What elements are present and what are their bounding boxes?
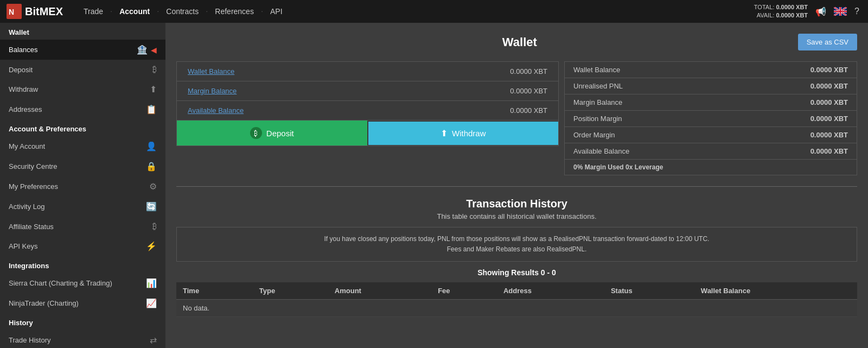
- wallet-balance-value: 0.0000 XBT: [510, 67, 547, 75]
- sidebar-item-balances[interactable]: Balances 🏦 ◀: [0, 40, 165, 60]
- col-address: Address: [497, 282, 604, 300]
- sidebar-item-my-preferences[interactable]: My Preferences ⚙: [0, 176, 165, 197]
- wallet-section-header: Wallet: [0, 23, 165, 40]
- sidebar-item-my-account[interactable]: My Account 👤: [0, 136, 165, 156]
- megaphone-icon[interactable]: 📢: [813, 4, 828, 19]
- balance-info: TOTAL: 0.0000 XBT AVAIL: 0.0000 XBT: [754, 3, 808, 20]
- total-label: TOTAL:: [754, 4, 775, 10]
- sidebar-item-addresses[interactable]: Addresses 📋: [0, 99, 165, 119]
- tx-history-subtitle: This table contains all historical walle…: [176, 212, 857, 220]
- content-inner: Wallet Save as CSV Wallet Balance 0.0000…: [165, 23, 868, 348]
- no-data-cell: No data.: [176, 300, 857, 317]
- my-account-label: My Account: [9, 142, 45, 150]
- sidebar-balances-label: Balances: [9, 46, 37, 54]
- main-layout: Wallet Balances 🏦 ◀ Deposit ₿ Withdraw ⬆…: [0, 23, 868, 348]
- col-amount: Amount: [328, 282, 431, 300]
- summary-unrealised-pnl-row: Unrealised PNL 0.0000 XBT: [565, 78, 857, 94]
- tx-notice: If you have closed any positions today, …: [176, 227, 857, 262]
- security-centre-label: Security Centre: [9, 162, 58, 170]
- main-content: Wallet Save as CSV Wallet Balance 0.0000…: [165, 23, 868, 348]
- balance-table: Wallet Balance 0.0000 XBT Margin Balance…: [176, 61, 559, 121]
- deposit-button[interactable]: ₿ Deposit: [177, 121, 367, 145]
- sidebar-item-sierra-chart[interactable]: Sierra Chart (Charting & Trading) 📊: [0, 273, 165, 293]
- sidebar-item-api-keys[interactable]: API Keys ⚡: [0, 236, 165, 256]
- save-csv-button[interactable]: Save as CSV: [798, 34, 857, 50]
- sidebar-item-activity-log[interactable]: Activity Log 🔄: [0, 197, 165, 217]
- document-icon: 📋: [146, 104, 157, 115]
- nav-references[interactable]: References: [207, 7, 261, 16]
- account-section-header: Account & Preferences: [0, 119, 165, 136]
- sidebar-item-ninjatrader[interactable]: NinjaTrader (Charting) 📈: [0, 293, 165, 313]
- tx-notice-line1: If you have closed any positions today, …: [188, 234, 846, 244]
- line-chart-icon: 📈: [146, 298, 157, 308]
- withdraw-button[interactable]: ⬆ Withdraw: [368, 122, 559, 145]
- avail-value: 0.0000 XBT: [776, 12, 808, 18]
- balance-left: Wallet Balance 0.0000 XBT Margin Balance…: [176, 61, 559, 175]
- summary-position-margin-row: Position Margin 0.0000 XBT: [565, 111, 857, 127]
- sidebar-withdraw-label: Withdraw: [9, 85, 38, 93]
- available-balance-label[interactable]: Available Balance: [188, 106, 244, 115]
- ninjatrader-label: NinjaTrader (Charting): [9, 299, 79, 307]
- margin-balance-value: 0.0000 XBT: [510, 87, 547, 95]
- bank-icon: 🏦: [137, 45, 148, 55]
- affiliate-bitcoin-icon: ₿: [152, 222, 157, 231]
- nav-right: TOTAL: 0.0000 XBT AVAIL: 0.0000 XBT 📢 ?: [754, 3, 861, 20]
- margin-balance-row: Margin Balance 0.0000 XBT: [177, 81, 558, 101]
- history-section-header: History: [0, 313, 165, 330]
- nav-account[interactable]: Account: [112, 7, 157, 16]
- total-value: 0.0000 XBT: [776, 4, 808, 10]
- nav-links: Trade • Account • Contracts • References…: [76, 7, 754, 16]
- sidebar-addresses-label: Addresses: [9, 105, 42, 113]
- summary-order-margin-value: 0.0000 XBT: [810, 131, 848, 139]
- lightning-icon: ⚡: [146, 241, 157, 251]
- summary-position-margin-label: Position Margin: [573, 115, 622, 123]
- available-balance-value: 0.0000 XBT: [510, 106, 547, 115]
- wallet-top-section: Wallet Balance 0.0000 XBT Margin Balance…: [176, 61, 857, 175]
- col-fee: Fee: [431, 282, 497, 300]
- lock-icon: 🔒: [146, 161, 157, 172]
- wallet-balance-label[interactable]: Wallet Balance: [188, 67, 234, 75]
- sidebar-item-security-centre[interactable]: Security Centre 🔒: [0, 156, 165, 176]
- deposit-bitcoin-icon: ₿: [250, 127, 262, 139]
- wallet-balance-row: Wallet Balance 0.0000 XBT: [177, 62, 558, 81]
- summary-wallet-balance-row: Wallet Balance 0.0000 XBT: [565, 62, 857, 78]
- tx-history-title: Transaction History: [176, 198, 857, 210]
- section-divider: [176, 186, 857, 187]
- sidebar-item-affiliate-status[interactable]: Affiliate Status ₿: [0, 217, 165, 236]
- active-arrow-icon: ◀: [151, 46, 157, 54]
- upload-icon: ⬆: [150, 84, 157, 94]
- sidebar-item-deposit[interactable]: Deposit ₿: [0, 60, 165, 79]
- activity-log-label: Activity Log: [9, 203, 44, 211]
- margin-balance-label[interactable]: Margin Balance: [188, 87, 237, 95]
- nav-api[interactable]: API: [263, 7, 290, 16]
- user-icon: 👤: [146, 141, 157, 151]
- withdraw-upload-icon: ⬆: [441, 128, 448, 138]
- col-status: Status: [604, 282, 694, 300]
- summary-margin-balance-value: 0.0000 XBT: [810, 98, 848, 106]
- sidebar-item-trade-history[interactable]: Trade History ⇄: [0, 330, 165, 348]
- history-icon: 🔄: [146, 201, 157, 212]
- sidebar-item-withdraw[interactable]: Withdraw ⬆: [0, 79, 165, 99]
- table-row-no-data: No data.: [176, 300, 857, 317]
- help-icon[interactable]: ?: [852, 4, 861, 18]
- sidebar-deposit-label: Deposit: [9, 66, 33, 74]
- withdraw-label: Withdraw: [452, 129, 486, 138]
- sierra-chart-label: Sierra Chart (Charting & Trading): [9, 279, 112, 287]
- logo[interactable]: N BitMEX: [7, 4, 63, 19]
- affiliate-status-label: Affiliate Status: [9, 223, 54, 231]
- bitcoin-icon: ₿: [152, 65, 157, 74]
- summary-wallet-balance-value: 0.0000 XBT: [810, 66, 848, 74]
- summary-unrealised-pnl-value: 0.0000 XBT: [810, 82, 848, 90]
- gear-icon: ⚙: [149, 181, 157, 192]
- deposit-label: Deposit: [266, 129, 294, 138]
- nav-contracts[interactable]: Contracts: [158, 7, 206, 16]
- page-title: Wallet: [241, 35, 798, 49]
- trade-history-label: Trade History: [9, 336, 51, 344]
- api-keys-label: API Keys: [9, 242, 37, 250]
- tx-notice-line2: Fees and Maker Rebates are also Realised…: [188, 244, 846, 255]
- uk-flag-icon[interactable]: [834, 7, 847, 16]
- nav-trade[interactable]: Trade: [76, 7, 111, 16]
- summary-order-margin-label: Order Margin: [573, 131, 615, 139]
- summary-order-margin-row: Order Margin 0.0000 XBT: [565, 127, 857, 143]
- margin-footer: 0% Margin Used 0x Leverage: [565, 160, 857, 175]
